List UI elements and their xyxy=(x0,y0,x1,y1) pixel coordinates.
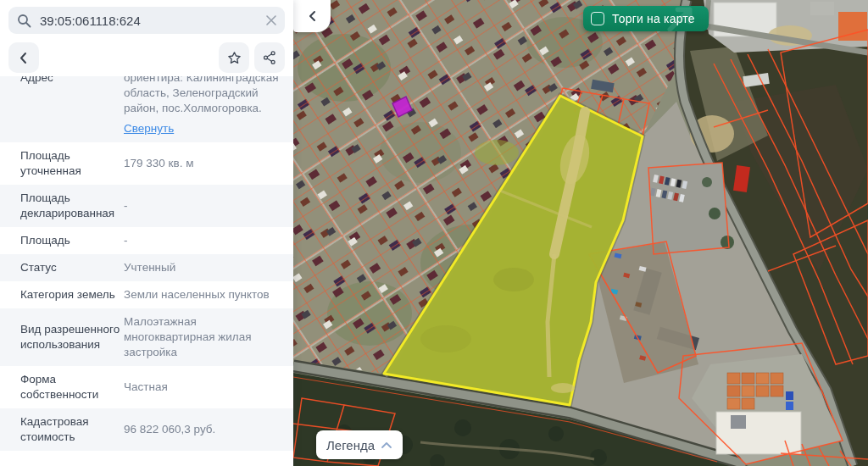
detail-row-land-category: Категория земель Земли населенных пункто… xyxy=(0,281,293,308)
detail-value: 179 330 кв. м xyxy=(124,156,287,171)
detail-label: Площадь декларированная xyxy=(20,191,120,221)
collapse-sidebar-icon xyxy=(307,10,318,22)
detail-label: Площадь уточненная xyxy=(20,148,120,179)
detail-value: Малоэтажная многоквартирная жилая застро… xyxy=(124,314,287,360)
detail-row-permitted-use: Вид разрешенного использования Малоэтажн… xyxy=(0,308,293,366)
satellite-map[interactable] xyxy=(293,0,868,466)
trades-on-map-toggle[interactable]: Торги на карте xyxy=(583,6,709,31)
parcel-info-sidebar: Адрес ориентира: Калининградская область… xyxy=(0,0,293,466)
detail-label: Статус xyxy=(20,260,120,275)
cadastral-map-app: Адрес ориентира: Калининградская область… xyxy=(0,0,868,466)
address-text: ориентира: Калининградская область, Зеле… xyxy=(124,76,279,114)
detail-row-cadastral-value: Кадастровая стоимость 96 822 060,3 руб. xyxy=(0,408,293,451)
detail-label: Форма собственности xyxy=(20,372,120,402)
collapse-address-link[interactable]: Свернуть xyxy=(124,121,174,136)
legend-button-label: Легенда xyxy=(326,438,375,452)
parcel-details-table: Адрес ориентира: Калининградская область… xyxy=(0,76,293,466)
detail-value: - xyxy=(124,198,287,214)
detail-row-address: Адрес ориентира: Калининградская область… xyxy=(0,76,293,142)
detail-row-area-refined: Площадь уточненная 179 330 кв. м xyxy=(0,142,293,185)
detail-row-area: Площадь - xyxy=(0,227,293,254)
detail-value: - xyxy=(124,233,287,248)
detail-label: Кадастровая стоимость xyxy=(20,414,120,445)
share-button[interactable] xyxy=(254,42,285,73)
search-input[interactable] xyxy=(38,13,259,29)
detail-value: Земли населенных пунктов xyxy=(124,287,287,302)
share-icon xyxy=(262,50,277,65)
trades-button-label: Торги на карте xyxy=(612,12,695,25)
legend-button[interactable]: Легенда xyxy=(316,430,403,459)
search-bar xyxy=(8,7,285,34)
close-icon xyxy=(266,15,276,25)
map-viewport[interactable]: Торги на карте Легенда xyxy=(293,0,868,466)
trades-checkbox[interactable] xyxy=(591,12,604,25)
detail-label: Адрес xyxy=(20,76,120,86)
detail-row-area-declared: Площадь декларированная - xyxy=(0,185,293,227)
detail-value: 96 822 060,3 руб. xyxy=(124,422,287,437)
detail-value: Частная xyxy=(124,380,287,395)
parcel-actions-row xyxy=(8,42,285,73)
star-icon xyxy=(226,50,242,66)
clear-search-button[interactable] xyxy=(266,15,276,25)
chevron-up-icon xyxy=(381,441,392,449)
detail-row-ownership-form: Форма собственности Частная xyxy=(0,366,293,408)
favorite-button[interactable] xyxy=(219,42,249,73)
detail-label: Площадь xyxy=(20,233,120,248)
search-icon xyxy=(17,14,31,28)
chevron-left-icon xyxy=(18,52,30,64)
building xyxy=(810,2,834,15)
detail-value: ориентира: Калининградская область, Зеле… xyxy=(124,76,287,136)
detail-value: Учтенный xyxy=(124,260,287,275)
detail-label: Категория земель xyxy=(20,287,120,302)
detail-row-status: Статус Учтенный xyxy=(0,254,293,281)
detail-label: Вид разрешенного использования xyxy=(20,322,120,352)
parcel-details-scroll[interactable]: Адрес ориентира: Калининградская область… xyxy=(0,76,293,451)
collapse-sidebar-button[interactable] xyxy=(293,0,331,32)
back-button[interactable] xyxy=(8,42,39,73)
